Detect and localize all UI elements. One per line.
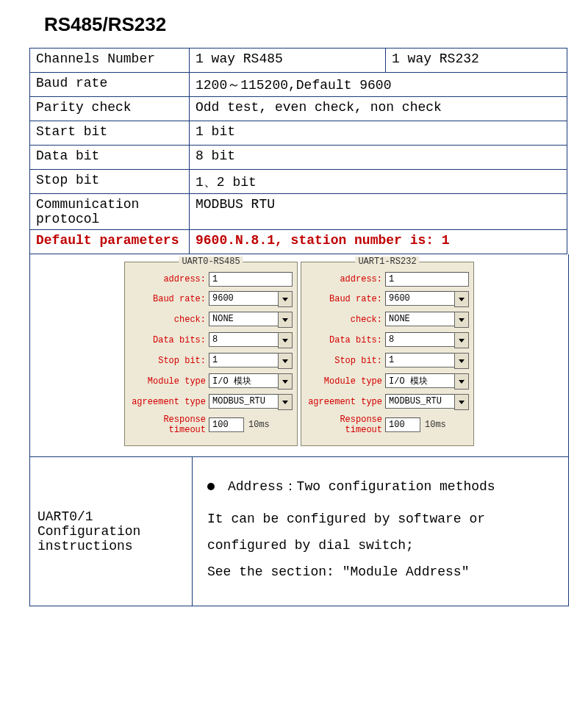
chevron-down-icon[interactable] bbox=[454, 312, 469, 328]
spec-parity-label: Parity check bbox=[30, 97, 190, 121]
uart0-agreement-label: agreement type bbox=[129, 397, 209, 407]
uart1-baud-value[interactable] bbox=[385, 291, 454, 306]
chevron-down-icon[interactable] bbox=[454, 394, 469, 410]
instructions-left-label: UART0/1 Configuration instructions bbox=[30, 457, 193, 606]
uart0-databits-label: Data bits: bbox=[129, 335, 209, 345]
uart1-agreement-select[interactable] bbox=[385, 394, 469, 410]
uart1-title: UART1-RS232 bbox=[355, 257, 419, 267]
uart0-timeout-input[interactable] bbox=[209, 417, 244, 432]
spec-proto-label: Communication protocol bbox=[30, 194, 190, 230]
uart1-stopbit-select[interactable] bbox=[385, 353, 469, 369]
uart0-stopbit-select[interactable] bbox=[209, 353, 293, 369]
uart0-address-label: address: bbox=[129, 274, 209, 284]
uart0-module-select[interactable] bbox=[209, 373, 293, 390]
page-title: RS485/RS232 bbox=[44, 13, 588, 36]
spec-default-label: Default parameters bbox=[30, 230, 190, 254]
uart0-module-value[interactable] bbox=[209, 373, 278, 388]
uart1-check-label: check: bbox=[306, 315, 385, 325]
uart0-agreement-select[interactable] bbox=[209, 394, 293, 410]
uart0-timeout-label: Response timeout bbox=[129, 415, 209, 435]
chevron-down-icon[interactable] bbox=[454, 373, 469, 390]
uart1-module-label: Module type bbox=[306, 376, 385, 387]
uart1-panel: UART1-RS232 address: Baud rate: check: bbox=[301, 262, 474, 446]
uart1-address-label: address: bbox=[306, 274, 385, 284]
uart1-timeout-input[interactable] bbox=[385, 417, 420, 432]
instructions-bullet: Address：Two configuration methods bbox=[228, 473, 495, 500]
uart0-timeout-unit: 10ms bbox=[248, 420, 270, 430]
uart1-stopbit-value[interactable] bbox=[385, 353, 454, 367]
uart1-databits-select[interactable] bbox=[385, 332, 469, 348]
instructions-body: Address：Two configuration methods It can… bbox=[193, 457, 568, 606]
uart1-databits-value[interactable] bbox=[385, 332, 454, 347]
chevron-down-icon[interactable] bbox=[278, 394, 293, 410]
spec-parity-value: Odd test, even check, non check bbox=[190, 97, 567, 121]
chevron-down-icon[interactable] bbox=[278, 291, 293, 307]
uart-panels-container: UART0-RS485 address: Baud rate: check: bbox=[29, 254, 569, 457]
uart0-panel: UART0-RS485 address: Baud rate: check: bbox=[124, 262, 298, 446]
chevron-down-icon[interactable] bbox=[454, 291, 469, 307]
uart1-check-value[interactable] bbox=[385, 312, 454, 326]
spec-channels-v2: 1 way RS232 bbox=[386, 49, 567, 73]
chevron-down-icon[interactable] bbox=[278, 332, 293, 348]
uart1-databits-label: Data bits: bbox=[306, 335, 385, 345]
spec-start-value: 1 bit bbox=[190, 121, 567, 146]
spec-data-value: 8 bit bbox=[190, 146, 567, 170]
spec-proto-value: MODBUS RTU bbox=[190, 194, 567, 230]
uart0-address-input[interactable] bbox=[209, 272, 293, 287]
chevron-down-icon[interactable] bbox=[454, 353, 469, 369]
bullet-icon bbox=[207, 483, 215, 490]
uart0-module-label: Module type bbox=[129, 376, 209, 387]
uart0-check-select[interactable] bbox=[209, 312, 293, 328]
uart0-title: UART0-RS485 bbox=[179, 257, 243, 267]
uart1-check-select[interactable] bbox=[385, 312, 469, 328]
uart1-agreement-value[interactable] bbox=[385, 394, 454, 409]
uart1-timeout-label: Response timeout bbox=[306, 415, 385, 435]
uart0-check-label: check: bbox=[129, 315, 209, 325]
uart1-stopbit-label: Stop bit: bbox=[306, 356, 385, 366]
spec-data-label: Data bit bbox=[30, 146, 190, 170]
uart1-baud-select[interactable] bbox=[385, 291, 469, 307]
uart0-check-value[interactable] bbox=[209, 312, 278, 326]
instructions-row: UART0/1 Configuration instructions Addre… bbox=[29, 457, 569, 606]
chevron-down-icon[interactable] bbox=[454, 332, 469, 348]
instructions-line2: See the section: "Module Address" bbox=[207, 559, 559, 585]
uart0-baud-value[interactable] bbox=[209, 291, 278, 306]
uart0-databits-value[interactable] bbox=[209, 332, 278, 347]
uart1-baud-label: Baud rate: bbox=[306, 294, 385, 304]
uart0-databits-select[interactable] bbox=[209, 332, 293, 348]
uart1-timeout-unit: 10ms bbox=[425, 420, 446, 430]
spec-channels-label: Channels Number bbox=[30, 49, 190, 73]
uart0-stopbit-label: Stop bit: bbox=[129, 356, 209, 366]
uart0-baud-label: Baud rate: bbox=[129, 294, 209, 304]
spec-start-label: Start bit bbox=[30, 121, 190, 146]
spec-stop-label: Stop bit bbox=[30, 170, 190, 194]
uart1-address-input[interactable] bbox=[385, 272, 469, 287]
instructions-line1: It can be configured by software or conf… bbox=[207, 506, 559, 559]
spec-baud-label: Baud rate bbox=[30, 73, 190, 97]
uart0-baud-select[interactable] bbox=[209, 291, 293, 307]
uart1-agreement-label: agreement type bbox=[306, 397, 385, 407]
uart1-module-value[interactable] bbox=[385, 373, 454, 388]
uart1-module-select[interactable] bbox=[385, 373, 469, 390]
chevron-down-icon[interactable] bbox=[278, 373, 293, 390]
spec-stop-value: 1、2 bit bbox=[190, 170, 567, 194]
chevron-down-icon[interactable] bbox=[278, 353, 293, 369]
uart0-agreement-value[interactable] bbox=[209, 394, 278, 409]
chevron-down-icon[interactable] bbox=[278, 312, 293, 328]
spec-table: Channels Number 1 way RS485 1 way RS232 … bbox=[29, 48, 567, 254]
spec-channels-v1: 1 way RS485 bbox=[190, 49, 386, 73]
spec-default-value: 9600.N.8.1, station number is: 1 bbox=[190, 230, 567, 254]
spec-baud-value: 1200～115200,Default 9600 bbox=[190, 73, 567, 97]
uart0-stopbit-value[interactable] bbox=[209, 353, 278, 367]
